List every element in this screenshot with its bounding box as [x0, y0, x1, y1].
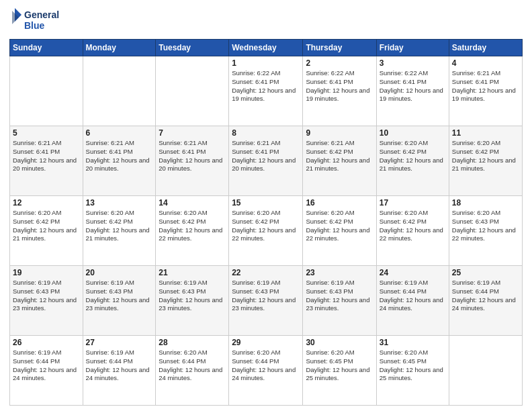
day-info: Sunrise: 6:19 AM Sunset: 6:43 PM Dayligh…: [86, 279, 153, 313]
day-cell: 20Sunrise: 6:19 AM Sunset: 6:43 PM Dayli…: [83, 266, 156, 336]
svg-text:Blue: Blue: [24, 20, 45, 31]
day-number: 15: [232, 198, 300, 208]
day-info: Sunrise: 6:19 AM Sunset: 6:43 PM Dayligh…: [159, 279, 226, 313]
day-cell: 26Sunrise: 6:19 AM Sunset: 6:44 PM Dayli…: [10, 336, 83, 406]
day-cell: 5Sunrise: 6:21 AM Sunset: 6:41 PM Daylig…: [10, 126, 83, 196]
day-number: 23: [306, 268, 373, 277]
day-cell: 18Sunrise: 6:20 AM Sunset: 6:43 PM Dayli…: [449, 196, 522, 266]
weekday-header-sunday: Sunday: [10, 40, 83, 56]
day-cell: 12Sunrise: 6:20 AM Sunset: 6:42 PM Dayli…: [10, 196, 83, 266]
day-cell: 10Sunrise: 6:20 AM Sunset: 6:42 PM Dayli…: [376, 126, 449, 196]
day-info: Sunrise: 6:22 AM Sunset: 6:41 PM Dayligh…: [380, 69, 446, 103]
day-cell: 19Sunrise: 6:19 AM Sunset: 6:43 PM Dayli…: [10, 266, 83, 336]
day-number: 9: [306, 128, 373, 138]
day-cell: 27Sunrise: 6:19 AM Sunset: 6:44 PM Dayli…: [83, 336, 156, 406]
day-info: Sunrise: 6:21 AM Sunset: 6:42 PM Dayligh…: [306, 139, 373, 173]
day-info: Sunrise: 6:21 AM Sunset: 6:41 PM Dayligh…: [159, 139, 226, 173]
day-info: Sunrise: 6:20 AM Sunset: 6:42 PM Dayligh…: [380, 209, 446, 243]
day-cell: 1Sunrise: 6:22 AM Sunset: 6:41 PM Daylig…: [229, 56, 303, 126]
day-number: 4: [452, 58, 519, 68]
day-cell: [83, 56, 156, 126]
weekday-header-row: SundayMondayTuesdayWednesdayThursdayFrid…: [10, 40, 523, 56]
day-cell: [449, 336, 522, 406]
day-number: 1: [232, 58, 300, 68]
day-number: 17: [380, 198, 446, 208]
week-row-3: 12Sunrise: 6:20 AM Sunset: 6:42 PM Dayli…: [10, 196, 523, 266]
day-info: Sunrise: 6:19 AM Sunset: 6:43 PM Dayligh…: [306, 279, 373, 313]
day-number: 20: [86, 268, 153, 277]
day-info: Sunrise: 6:21 AM Sunset: 6:41 PM Dayligh…: [13, 139, 80, 173]
day-info: Sunrise: 6:21 AM Sunset: 6:41 PM Dayligh…: [86, 139, 153, 173]
day-cell: 29Sunrise: 6:20 AM Sunset: 6:44 PM Dayli…: [229, 336, 303, 406]
day-cell: 2Sunrise: 6:22 AM Sunset: 6:41 PM Daylig…: [303, 56, 376, 126]
calendar-table: SundayMondayTuesdayWednesdayThursdayFrid…: [9, 39, 523, 406]
day-info: Sunrise: 6:22 AM Sunset: 6:41 PM Dayligh…: [306, 69, 373, 103]
day-info: Sunrise: 6:20 AM Sunset: 6:45 PM Dayligh…: [380, 349, 446, 383]
day-number: 29: [232, 338, 300, 347]
day-info: Sunrise: 6:21 AM Sunset: 6:41 PM Dayligh…: [232, 139, 300, 173]
day-cell: 9Sunrise: 6:21 AM Sunset: 6:42 PM Daylig…: [303, 126, 376, 196]
week-row-1: 1Sunrise: 6:22 AM Sunset: 6:41 PM Daylig…: [10, 56, 523, 126]
day-info: Sunrise: 6:20 AM Sunset: 6:42 PM Dayligh…: [452, 139, 519, 173]
day-info: Sunrise: 6:19 AM Sunset: 6:43 PM Dayligh…: [232, 279, 300, 313]
day-info: Sunrise: 6:19 AM Sunset: 6:44 PM Dayligh…: [380, 279, 446, 313]
day-number: 24: [380, 268, 446, 277]
weekday-header-tuesday: Tuesday: [156, 40, 229, 56]
day-number: 27: [86, 338, 153, 347]
day-cell: 16Sunrise: 6:20 AM Sunset: 6:42 PM Dayli…: [303, 196, 376, 266]
day-info: Sunrise: 6:20 AM Sunset: 6:42 PM Dayligh…: [159, 209, 226, 243]
weekday-header-thursday: Thursday: [303, 40, 376, 56]
day-number: 30: [306, 338, 373, 347]
day-cell: 8Sunrise: 6:21 AM Sunset: 6:41 PM Daylig…: [229, 126, 303, 196]
day-info: Sunrise: 6:19 AM Sunset: 6:43 PM Dayligh…: [13, 279, 80, 313]
day-cell: 3Sunrise: 6:22 AM Sunset: 6:41 PM Daylig…: [376, 56, 449, 126]
day-cell: 21Sunrise: 6:19 AM Sunset: 6:43 PM Dayli…: [156, 266, 229, 336]
day-info: Sunrise: 6:20 AM Sunset: 6:42 PM Dayligh…: [380, 139, 446, 173]
day-cell: 4Sunrise: 6:21 AM Sunset: 6:41 PM Daylig…: [449, 56, 522, 126]
day-cell: [10, 56, 83, 126]
day-number: 26: [13, 338, 80, 347]
day-number: 12: [13, 198, 80, 208]
day-info: Sunrise: 6:20 AM Sunset: 6:44 PM Dayligh…: [232, 349, 300, 383]
day-info: Sunrise: 6:19 AM Sunset: 6:44 PM Dayligh…: [86, 349, 153, 383]
day-cell: 15Sunrise: 6:20 AM Sunset: 6:42 PM Dayli…: [229, 196, 303, 266]
day-cell: 31Sunrise: 6:20 AM Sunset: 6:45 PM Dayli…: [376, 336, 449, 406]
day-info: Sunrise: 6:20 AM Sunset: 6:43 PM Dayligh…: [452, 209, 519, 243]
day-number: 31: [380, 338, 446, 347]
day-cell: 14Sunrise: 6:20 AM Sunset: 6:42 PM Dayli…: [156, 196, 229, 266]
svg-text:General: General: [24, 9, 59, 20]
day-number: 19: [13, 268, 80, 277]
day-number: 21: [159, 268, 226, 277]
day-number: 25: [452, 268, 519, 277]
day-cell: 17Sunrise: 6:20 AM Sunset: 6:42 PM Dayli…: [376, 196, 449, 266]
day-info: Sunrise: 6:20 AM Sunset: 6:45 PM Dayligh…: [306, 349, 373, 383]
day-info: Sunrise: 6:22 AM Sunset: 6:41 PM Dayligh…: [232, 69, 300, 103]
weekday-header-saturday: Saturday: [449, 40, 522, 56]
day-number: 22: [232, 268, 300, 277]
day-info: Sunrise: 6:20 AM Sunset: 6:42 PM Dayligh…: [86, 209, 153, 243]
day-cell: 24Sunrise: 6:19 AM Sunset: 6:44 PM Dayli…: [376, 266, 449, 336]
day-cell: [156, 56, 229, 126]
day-info: Sunrise: 6:20 AM Sunset: 6:42 PM Dayligh…: [13, 209, 80, 243]
day-number: 13: [86, 198, 153, 208]
day-info: Sunrise: 6:21 AM Sunset: 6:41 PM Dayligh…: [452, 69, 519, 103]
day-cell: 13Sunrise: 6:20 AM Sunset: 6:42 PM Dayli…: [83, 196, 156, 266]
day-number: 3: [380, 58, 446, 68]
day-cell: 6Sunrise: 6:21 AM Sunset: 6:41 PM Daylig…: [83, 126, 156, 196]
week-row-4: 19Sunrise: 6:19 AM Sunset: 6:43 PM Dayli…: [10, 266, 523, 336]
logo-svg: General Blue: [9, 7, 70, 34]
day-info: Sunrise: 6:19 AM Sunset: 6:44 PM Dayligh…: [13, 349, 80, 383]
day-number: 7: [159, 128, 226, 138]
day-info: Sunrise: 6:19 AM Sunset: 6:44 PM Dayligh…: [452, 279, 519, 313]
logo-area: General Blue: [9, 7, 70, 34]
week-row-2: 5Sunrise: 6:21 AM Sunset: 6:41 PM Daylig…: [10, 126, 523, 196]
day-number: 10: [380, 128, 446, 138]
day-number: 18: [452, 198, 519, 208]
day-info: Sunrise: 6:20 AM Sunset: 6:42 PM Dayligh…: [306, 209, 373, 243]
day-cell: 25Sunrise: 6:19 AM Sunset: 6:44 PM Dayli…: [449, 266, 522, 336]
day-cell: 11Sunrise: 6:20 AM Sunset: 6:42 PM Dayli…: [449, 126, 522, 196]
header: General Blue: [9, 7, 523, 34]
week-row-5: 26Sunrise: 6:19 AM Sunset: 6:44 PM Dayli…: [10, 336, 523, 406]
day-info: Sunrise: 6:20 AM Sunset: 6:42 PM Dayligh…: [232, 209, 300, 243]
day-number: 16: [306, 198, 373, 208]
